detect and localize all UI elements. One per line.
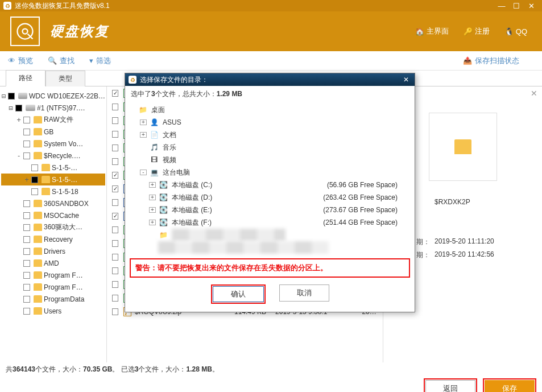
checkbox[interactable] — [23, 248, 30, 255]
minimize-button[interactable]: — — [494, 1, 509, 10]
tree-folder[interactable]: -$Recycle.… — [1, 150, 105, 162]
tab-path[interactable]: 路径 — [6, 70, 45, 86]
checkbox[interactable] — [112, 240, 118, 247]
expand-icon[interactable]: + — [149, 195, 156, 200]
dialog-folder-tree[interactable]: 📁桌面 +👤ASUS +📄文档 🎵音乐 🎞视频 -💻这台电脑 +💽本地磁盘 (C… — [125, 102, 415, 256]
expand-icon[interactable]: + — [149, 220, 156, 225]
tree-folder[interactable]: 360驱动大… — [1, 221, 105, 233]
tree-pane[interactable]: ⊟WDC WD10EZEX-22B… ⊟#1 (NTFS)97.… +RAW文件… — [0, 86, 107, 362]
tree-folder[interactable]: AMD — [1, 257, 105, 269]
checkbox[interactable] — [15, 105, 22, 112]
checkbox[interactable] — [23, 141, 30, 147]
save-button[interactable]: 保存 — [485, 380, 535, 392]
tab-type[interactable]: 类型 — [45, 71, 85, 86]
tree-folder[interactable]: ProgramData — [1, 293, 105, 305]
tree-pc[interactable]: -💻这台电脑 — [131, 166, 409, 179]
tool-filter[interactable]: ▾筛选 — [89, 56, 111, 66]
expand-icon[interactable]: + — [149, 207, 156, 213]
maximize-button[interactable]: ☐ — [509, 1, 524, 10]
ok-button[interactable]: 确认 — [213, 286, 264, 302]
tree-video[interactable]: 🎞视频 — [131, 154, 409, 166]
tree-disk[interactable]: +💽本地磁盘 (F:)(251.44 GB Free Space) — [131, 216, 409, 229]
tree-folder[interactable]: System Vo… — [1, 138, 105, 150]
checkbox[interactable] — [8, 93, 14, 100]
checkbox[interactable] — [112, 131, 118, 138]
drive-icon: 💽 — [158, 193, 168, 202]
checkbox[interactable] — [23, 212, 30, 219]
checkbox[interactable] — [112, 172, 118, 179]
checkbox[interactable] — [112, 254, 118, 261]
expand-icon[interactable]: + — [140, 132, 147, 138]
tree-folder[interactable]: Users — [1, 305, 105, 317]
checkbox[interactable] — [23, 272, 30, 279]
tree-folder[interactable]: S-1-5-… — [1, 162, 105, 174]
checkbox[interactable] — [112, 158, 118, 165]
checkbox[interactable] — [23, 236, 30, 243]
tool-preview[interactable]: 👁预览 — [8, 56, 33, 66]
checkbox[interactable] — [23, 224, 30, 231]
tree-disk[interactable]: +💽本地磁盘 (D:)(263.42 GB Free Space) — [131, 191, 409, 204]
checkbox[interactable] — [31, 176, 38, 183]
tree-disk[interactable]: +💽本地磁盘 (E:)(273.67 GB Free Space) — [131, 204, 409, 216]
tree-folder[interactable]: 360SANDBOX — [1, 197, 105, 209]
tree-folder[interactable]: Program F… — [1, 281, 105, 293]
tree-folder[interactable]: Drivers — [1, 245, 105, 257]
props-close-icon[interactable]: ✕ — [531, 89, 537, 98]
tree-root[interactable]: ⊟WDC WD10EZEX-22B… — [1, 90, 105, 102]
checkbox[interactable] — [23, 308, 30, 315]
nav-main[interactable]: 🏠 主界面 — [415, 26, 449, 36]
expand-icon[interactable]: + — [140, 119, 147, 125]
disk-icon — [18, 93, 27, 99]
checkbox[interactable] — [112, 117, 118, 124]
checkbox[interactable] — [23, 129, 30, 135]
nav-qq[interactable]: 🐧 QQ — [504, 27, 527, 36]
tree-folder[interactable]: Program F… — [1, 269, 105, 281]
tree-folder[interactable]: Recovery — [1, 233, 105, 245]
checkbox[interactable] — [23, 260, 30, 267]
tree-folder[interactable]: +RAW文件 — [1, 114, 105, 126]
checkbox[interactable] — [112, 281, 118, 288]
checkbox[interactable] — [23, 284, 30, 291]
tool-find[interactable]: 🔍查找 — [48, 56, 75, 66]
checkbox[interactable] — [112, 267, 118, 274]
tree-docs[interactable]: +📄文档 — [131, 129, 409, 141]
checkbox[interactable] — [112, 213, 118, 220]
checkbox[interactable] — [112, 295, 118, 302]
tree-folder[interactable]: S-1-5-18 — [1, 185, 105, 197]
checkbox[interactable] — [112, 185, 118, 192]
tool-save-state[interactable]: 📤保存扫描状态 — [463, 56, 519, 66]
dialog-buttons: 确认 取消 — [125, 280, 415, 312]
collapse-icon[interactable]: - — [140, 170, 147, 175]
tree-asus[interactable]: +👤ASUS — [131, 116, 409, 129]
tree-disk[interactable]: +💽本地磁盘 (C:)(56.96 GB Free Space) — [131, 179, 409, 191]
checkbox[interactable] — [112, 104, 118, 110]
checkbox[interactable] — [23, 296, 30, 303]
checkbox[interactable] — [112, 226, 118, 233]
folder-icon — [34, 140, 42, 147]
tree-folder[interactable]: MSOCache — [1, 209, 105, 221]
checkbox[interactable] — [31, 188, 38, 195]
tree-folder[interactable]: GB — [1, 126, 105, 138]
checkbox[interactable] — [112, 145, 118, 151]
checkbox[interactable] — [112, 199, 118, 206]
checkbox[interactable] — [23, 117, 30, 123]
checkbox[interactable] — [31, 164, 38, 171]
tree-desktop[interactable]: 📁桌面 — [131, 104, 409, 116]
back-button[interactable]: 返回 — [425, 380, 475, 392]
nav-register[interactable]: 🔑 注册 — [464, 26, 490, 36]
folder-icon — [34, 236, 42, 243]
folder-icon — [34, 271, 42, 279]
tree-folder[interactable]: +S-1-5-… — [1, 174, 105, 185]
checkbox[interactable] — [23, 152, 30, 159]
tree-music[interactable]: 🎵音乐 — [131, 141, 409, 154]
tree-partition[interactable]: ⊟#1 (NTFS)97.… — [1, 102, 105, 114]
filter-icon: ▾ — [89, 56, 93, 65]
expand-icon[interactable]: + — [149, 182, 156, 188]
checkbox[interactable] — [112, 308, 118, 315]
checkbox[interactable] — [23, 200, 30, 207]
dialog-close-icon[interactable]: ✕ — [401, 76, 411, 84]
checkbox[interactable] — [112, 90, 118, 97]
close-button[interactable]: ✕ — [524, 1, 539, 10]
cancel-button[interactable]: 取消 — [279, 284, 329, 302]
folder-icon — [42, 176, 50, 183]
